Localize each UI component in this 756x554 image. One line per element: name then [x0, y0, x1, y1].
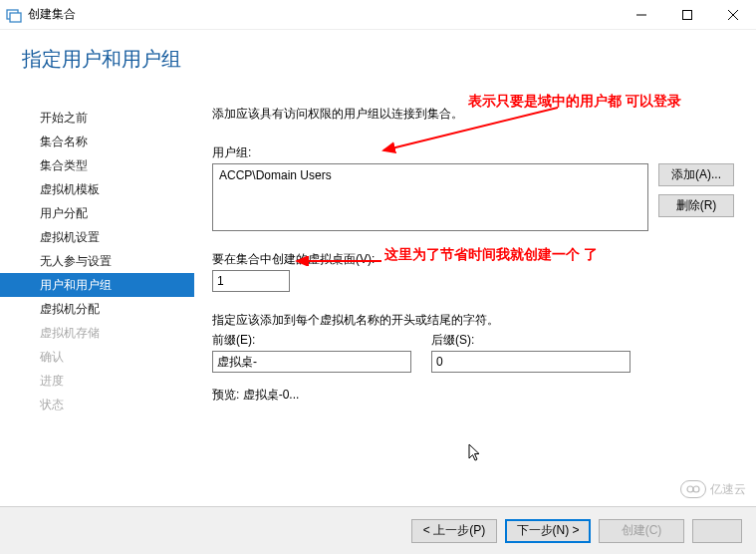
previous-button[interactable]: < 上一步(P): [411, 519, 497, 543]
desktop-count-label: 要在集合中创建的虚拟桌面(V):: [212, 251, 736, 268]
create-button: 创建(C): [599, 519, 684, 543]
desktop-count-row: [212, 270, 736, 292]
maximize-button[interactable]: [664, 0, 710, 30]
affix-row: 前缀(E): 后缀(S):: [212, 332, 736, 373]
minimize-button[interactable]: [619, 0, 664, 30]
naming-note: 指定应该添加到每个虚拟机名称的开头或结尾的字符。: [212, 312, 736, 329]
nav-vm-settings[interactable]: 虚拟机设置: [0, 225, 194, 249]
nav-vm-storage: 虚拟机存储: [0, 321, 194, 345]
nav-status: 状态: [0, 393, 194, 416]
nav-unattended-settings[interactable]: 无人参与设置: [0, 249, 194, 273]
add-button[interactable]: 添加(A)...: [658, 163, 734, 186]
content-area: 开始之前 集合名称 集合类型 虚拟机模板 用户分配 虚拟机设置 无人参与设置 用…: [0, 88, 756, 506]
user-group-item[interactable]: ACCP\Domain Users: [219, 168, 641, 182]
user-group-label: 用户组:: [212, 144, 736, 161]
user-group-row: ACCP\Domain Users 添加(A)... 删除(R): [212, 163, 736, 231]
remove-button[interactable]: 删除(R): [658, 194, 734, 217]
nav-user-assignment[interactable]: 用户分配: [0, 201, 194, 225]
nav-collection-name[interactable]: 集合名称: [0, 130, 194, 153]
svg-rect-1: [10, 13, 21, 22]
close-button[interactable]: [710, 0, 756, 30]
app-icon: [6, 7, 22, 23]
description-text: 添加应该具有访问权限的用户组以连接到集合。: [212, 106, 736, 123]
nav-collection-type[interactable]: 集合类型: [0, 153, 194, 177]
next-button[interactable]: 下一步(N) >: [505, 519, 591, 543]
preview-value: 虚拟桌-0...: [243, 388, 300, 402]
suffix-label: 后缀(S):: [431, 332, 650, 349]
page-title: 指定用户和用户组: [22, 46, 756, 73]
wizard-sidebar: 开始之前 集合名称 集合类型 虚拟机模板 用户分配 虚拟机设置 无人参与设置 用…: [0, 88, 194, 506]
cancel-button: [692, 519, 742, 543]
title-bar: 创建集合: [0, 0, 756, 30]
nav-vm-template[interactable]: 虚拟机模板: [0, 177, 194, 201]
nav-progress: 进度: [0, 369, 194, 393]
user-group-listbox[interactable]: ACCP\Domain Users: [212, 163, 648, 231]
wizard-footer: < 上一步(P) 下一步(N) > 创建(C): [0, 506, 756, 554]
nav-users-and-groups[interactable]: 用户和用户组: [0, 273, 194, 297]
nav-vm-allocation[interactable]: 虚拟机分配: [0, 297, 194, 321]
main-panel: 添加应该具有访问权限的用户组以连接到集合。 用户组: ACCP\Domain U…: [194, 88, 756, 506]
listbox-buttons: 添加(A)... 删除(R): [658, 163, 734, 217]
prefix-label: 前缀(E):: [212, 332, 431, 349]
prefix-input[interactable]: [212, 351, 411, 373]
suffix-input[interactable]: [431, 351, 630, 373]
svg-rect-3: [683, 10, 692, 19]
preview-row: 预览: 虚拟桌-0...: [212, 387, 736, 404]
desktop-count-input[interactable]: [212, 270, 290, 292]
nav-confirm: 确认: [0, 345, 194, 369]
preview-label: 预览:: [212, 388, 239, 402]
window-title: 创建集合: [28, 6, 76, 23]
nav-before-start[interactable]: 开始之前: [0, 106, 194, 130]
